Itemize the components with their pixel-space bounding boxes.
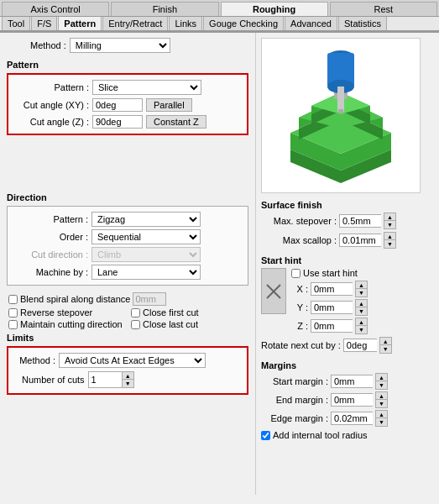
tab-axis-control[interactable]: Axis Control: [2, 2, 109, 16]
machine-by-label: Machine by :: [13, 267, 88, 277]
blend-spiral-checkbox[interactable]: [8, 295, 18, 304]
start-margin-down[interactable]: ▼: [376, 381, 387, 389]
cut-angle-z-input[interactable]: [92, 115, 143, 129]
num-cuts-down[interactable]: ▼: [123, 380, 133, 387]
tab-links[interactable]: Links: [169, 17, 202, 30]
start-hint-section: Start hint Use start hint: [261, 255, 434, 354]
tab-roughing[interactable]: Roughing: [221, 2, 328, 16]
reverse-stepover-checkbox[interactable]: [8, 308, 18, 318]
start-hint-title: Start hint: [261, 255, 434, 265]
pattern-section-title: Pattern: [7, 60, 248, 70]
z-up[interactable]: ▲: [356, 318, 367, 326]
margins-title: Margins: [261, 360, 434, 370]
x-up[interactable]: ▲: [356, 281, 367, 289]
start-margin-input[interactable]: [331, 375, 373, 388]
svg-rect-15: [337, 87, 344, 112]
z-down[interactable]: ▼: [356, 326, 367, 333]
preview-image: [261, 38, 421, 193]
method-label: Method :: [30, 40, 66, 50]
y-up[interactable]: ▲: [356, 300, 367, 307]
num-cuts-label: Number of cuts: [22, 375, 85, 385]
close-first-label: Close first cut: [143, 307, 199, 318]
y-input[interactable]: [311, 301, 353, 314]
use-start-hint-label: Use start hint: [303, 268, 358, 278]
dir-pattern-label: Pattern :: [13, 214, 88, 224]
max-stepover-label: Max. stepover :: [261, 216, 337, 226]
cut-direction-select[interactable]: Climb: [91, 247, 201, 262]
max-scallop-input[interactable]: [339, 234, 381, 247]
add-internal-checkbox[interactable]: [261, 431, 270, 440]
start-margin-label: Start margin :: [261, 376, 328, 386]
x-label: X :: [291, 284, 308, 294]
num-cuts-up[interactable]: ▲: [123, 372, 133, 380]
max-stepover-input[interactable]: [339, 214, 381, 228]
maintain-cutting-checkbox[interactable]: [8, 320, 18, 329]
end-margin-down[interactable]: ▼: [376, 400, 387, 407]
close-first-checkbox[interactable]: [131, 308, 140, 318]
cut-angle-xy-label: Cut angle (XY) :: [13, 100, 89, 110]
max-scallop-up[interactable]: ▲: [384, 233, 395, 240]
rotate-up[interactable]: ▲: [380, 338, 391, 345]
rotate-down[interactable]: ▼: [380, 345, 391, 353]
tab-statistics[interactable]: Statistics: [338, 17, 387, 30]
end-margin-input[interactable]: [331, 393, 373, 407]
close-last-checkbox[interactable]: [131, 320, 140, 329]
edge-margin-up[interactable]: ▲: [376, 411, 387, 418]
tab-tool[interactable]: Tool: [2, 17, 30, 30]
edge-margin-input[interactable]: [331, 412, 373, 425]
max-stepover-down[interactable]: ▼: [384, 221, 395, 228]
method-select[interactable]: Milling: [70, 38, 170, 53]
machine-by-select[interactable]: Lane: [91, 265, 201, 280]
edge-margin-down[interactable]: ▼: [376, 418, 387, 426]
pattern-field-label: Pattern :: [13, 82, 89, 92]
add-internal-label: Add internal tool radius: [273, 430, 368, 440]
z-label: Z :: [291, 321, 308, 331]
num-cuts-input[interactable]: [88, 371, 122, 388]
start-hint-icon: [261, 268, 286, 314]
cut-angle-xy-input[interactable]: [92, 98, 143, 112]
limits-section-title: Limits: [7, 333, 248, 343]
max-scallop-label: Max scallop :: [261, 235, 337, 245]
z-input[interactable]: [311, 319, 353, 333]
reverse-stepover-label: Reverse stepover: [20, 307, 92, 318]
blend-spiral-input[interactable]: [133, 292, 166, 306]
tab-gouge-checking[interactable]: Gouge Checking: [203, 17, 284, 30]
surface-finish-title: Surface finish: [261, 200, 434, 210]
tab-finish[interactable]: Finish: [111, 2, 218, 16]
tab-rest[interactable]: Rest: [330, 2, 437, 16]
max-stepover-up[interactable]: ▲: [384, 213, 395, 221]
parallel-button[interactable]: Parallel: [146, 98, 192, 112]
end-margin-label: End margin :: [261, 395, 328, 405]
order-select[interactable]: Sequential: [91, 229, 201, 244]
tab-pattern[interactable]: Pattern: [58, 17, 102, 30]
x-down[interactable]: ▼: [356, 289, 367, 297]
x-input[interactable]: [311, 282, 353, 296]
rotate-input[interactable]: [343, 339, 377, 352]
order-label: Order :: [13, 232, 88, 242]
margins-section: Margins Start margin : ▲ ▼ End margin : …: [261, 360, 434, 440]
cut-angle-z-label: Cut angle (Z) :: [13, 117, 89, 127]
end-margin-up[interactable]: ▲: [376, 392, 387, 400]
tab-entry-retract[interactable]: Entry/Retract: [102, 17, 168, 30]
maintain-cutting-label: Maintain cutting direction: [20, 319, 123, 329]
limits-method-select[interactable]: Avoid Cuts At Exact Edges: [59, 353, 206, 368]
tab-advanced[interactable]: Advanced: [285, 17, 337, 30]
constant-z-button[interactable]: Constant Z: [146, 115, 206, 129]
use-start-hint-checkbox[interactable]: [291, 269, 301, 278]
start-margin-up[interactable]: ▲: [376, 374, 387, 381]
svg-rect-16: [338, 109, 343, 113]
pattern-select[interactable]: Slice: [92, 80, 201, 95]
preview-svg: [265, 40, 416, 192]
max-scallop-down[interactable]: ▼: [384, 240, 395, 248]
blend-spiral-label: Blend spiral along distance: [20, 294, 130, 304]
direction-pattern-select[interactable]: Zigzag: [91, 212, 201, 227]
edge-margin-label: Edge margin :: [261, 413, 328, 423]
cut-direction-label: Cut direction :: [13, 249, 88, 260]
limits-method-label: Method :: [13, 355, 55, 365]
tab-fs[interactable]: F/S: [31, 17, 57, 30]
surface-finish-section: Surface finish Max. stepover : ▲ ▼ Max s…: [261, 200, 434, 249]
direction-section-title: Direction: [7, 192, 248, 202]
close-last-label: Close last cut: [143, 319, 198, 329]
rotate-label: Rotate next cut by :: [261, 340, 341, 350]
y-down[interactable]: ▼: [356, 307, 367, 315]
